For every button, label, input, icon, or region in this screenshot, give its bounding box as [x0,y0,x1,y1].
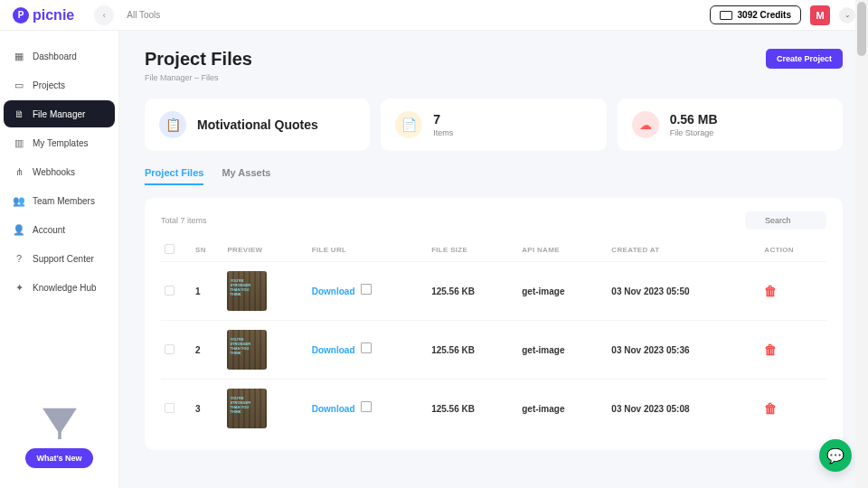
sidebar-item-team-members[interactable]: 👥Team Members [4,187,115,214]
cell-api: get-image [518,380,608,438]
svg-marker-0 [42,408,77,435]
credits-badge[interactable]: 3092 Credits [710,5,801,24]
items-count: 7 [433,112,453,127]
support-icon: ? [13,252,25,265]
download-link[interactable]: Download [312,404,355,414]
brand-logo-text: picnie [33,7,74,23]
funnel-icon [37,407,82,439]
sidebar-item-file-manager[interactable]: 🗎File Manager [4,100,115,127]
search-wrap [745,211,826,230]
preview-thumbnail[interactable] [227,389,267,428]
table-row: 2Download125.56 KBget-image03 Nov 2023 0… [161,321,826,380]
storage-label: File Storage [670,128,718,137]
brand-logo[interactable]: P picnie [13,7,74,23]
table-row: 3Download125.56 KBget-image03 Nov 2023 0… [161,380,826,438]
copy-url-icon[interactable] [363,286,372,295]
col-file-size: FILE SIZE [428,239,518,262]
cell-api: get-image [518,262,608,321]
chevron-down-icon: ⌄ [844,11,851,19]
preview-thumbnail[interactable] [227,330,267,370]
delete-icon[interactable]: 🗑 [764,284,777,298]
download-link[interactable]: Download [312,345,355,355]
cell-created: 03 Nov 2023 05:08 [608,380,760,438]
user-menu-toggle[interactable]: ⌄ [839,7,855,23]
stat-card-items: 📄 7Items [381,99,606,151]
account-icon: 👤 [13,223,25,236]
file-icon: 📄 [395,111,422,138]
cloud-icon: ☁ [632,111,659,138]
col-file-url: FILE URL [308,239,428,262]
cell-sn: 2 [192,321,223,380]
team-icon: 👥 [13,194,25,207]
whats-new-button[interactable]: What's New [25,448,92,468]
breadcrumb-files: Files [202,73,219,82]
tabs: Project Files My Assets [145,167,843,185]
preview-thumbnail[interactable] [227,271,267,311]
all-tools-link[interactable]: All Tools [127,10,160,20]
sidebar-item-label: Account [33,225,65,235]
credits-text: 3092 Credits [738,10,791,20]
col-api-name: API NAME [518,239,608,262]
cell-created: 03 Nov 2023 05:50 [608,262,760,321]
delete-icon[interactable]: 🗑 [764,401,777,416]
row-checkbox[interactable] [165,286,175,296]
breadcrumb-file-manager[interactable]: File Manager [145,73,193,82]
project-name: Motivational Quotes [197,117,318,132]
sidebar-item-support-center[interactable]: ?Support Center [4,245,115,272]
col-preview: PREVIEW [223,239,307,262]
sidebar-item-webhooks[interactable]: ⋔Webhooks [4,158,115,185]
sidebar-item-label: Team Members [33,196,95,206]
items-label: Items [433,128,453,137]
create-project-button[interactable]: Create Project [766,49,843,69]
sidebar-item-account[interactable]: 👤Account [4,216,115,243]
page-scrollbar[interactable] [855,0,868,488]
delete-icon[interactable]: 🗑 [764,343,777,357]
cell-created: 03 Nov 2023 05:36 [608,321,760,380]
tab-my-assets[interactable]: My Assets [222,167,270,185]
cell-size: 125.56 KB [428,321,518,380]
user-avatar[interactable]: M [810,5,830,25]
copy-url-icon[interactable] [363,344,372,353]
sidebar-item-projects[interactable]: ▭Projects [4,71,115,99]
chat-fab[interactable]: 💬 [819,439,852,472]
sidebar-item-knowledge-hub[interactable]: ✦Knowledge Hub [4,274,115,301]
files-table-card: Total 7 items SN PREVIEW FILE URL FILE S… [145,198,843,450]
sidebar-item-label: File Manager [33,109,85,119]
sidebar-item-label: Webhooks [33,167,75,177]
table-row: 1Download125.56 KBget-image03 Nov 2023 0… [161,262,826,321]
chat-icon: 💬 [826,447,844,465]
main-content: Project Files File Manager – Files Creat… [119,31,868,488]
sidebar-item-dashboard[interactable]: ▦Dashboard [4,42,115,70]
knowledge-icon: ✦ [13,281,25,294]
file-manager-icon: 🗎 [13,108,25,120]
sidebar-item-label: Dashboard [33,52,77,61]
dashboard-icon: ▦ [13,50,25,62]
cell-api: get-image [518,321,608,380]
sidebar-item-label: My Templates [33,138,89,148]
projects-icon: ▭ [13,79,25,91]
copy-url-icon[interactable] [363,403,372,412]
row-checkbox[interactable] [165,403,175,413]
sidebar-item-label: Knowledge Hub [33,283,97,293]
row-checkbox[interactable] [165,344,175,354]
brand-logo-icon: P [13,7,29,23]
select-all-checkbox[interactable] [165,244,175,254]
sidebar-collapse-button[interactable]: ‹ [94,5,114,25]
stat-card-project: 📋 Motivational Quotes [145,99,370,151]
cell-size: 125.56 KB [428,262,518,321]
templates-icon: ▥ [13,136,25,149]
webhooks-icon: ⋔ [13,165,25,178]
download-link[interactable]: Download [312,286,355,296]
svg-rect-1 [58,431,61,439]
total-items-text: Total 7 items [161,216,207,225]
page-title: Project Files [145,49,252,70]
breadcrumb: File Manager – Files [145,73,252,82]
cell-size: 125.56 KB [428,380,518,438]
sidebar-item-label: Support Center [33,254,94,264]
cell-sn: 3 [192,380,223,438]
sidebar-item-my-templates[interactable]: ▥My Templates [4,129,115,156]
sidebar-item-label: Projects [33,80,65,90]
stat-card-storage: ☁ 0.56 MBFile Storage [618,99,843,151]
search-input[interactable] [745,211,826,230]
tab-project-files[interactable]: Project Files [145,167,203,185]
